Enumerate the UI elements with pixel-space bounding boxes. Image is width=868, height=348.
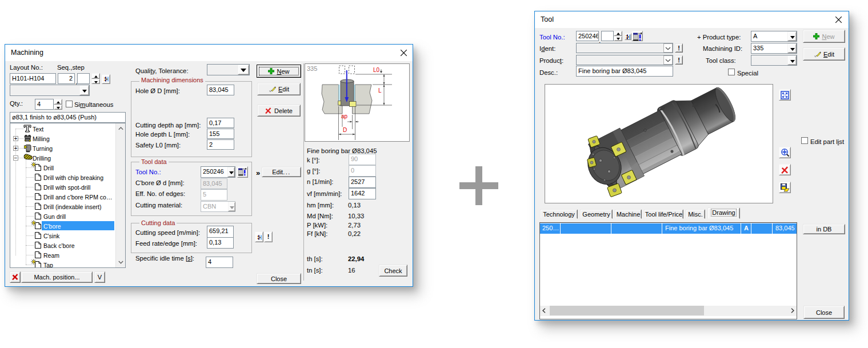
- svg-text:D: D: [343, 127, 347, 133]
- svg-text:ap: ap: [341, 113, 348, 119]
- svg-text:L0: L0: [373, 67, 380, 73]
- svg-text:L: L: [378, 87, 382, 94]
